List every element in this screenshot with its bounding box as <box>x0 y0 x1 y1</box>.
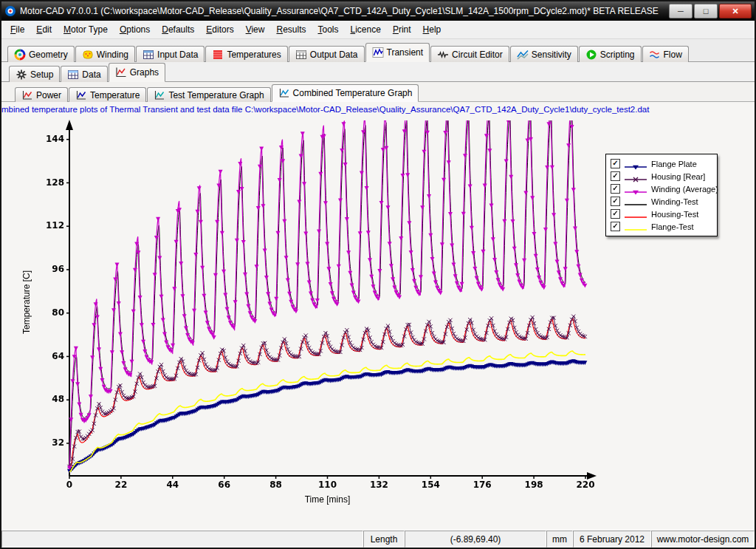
legend-label-flange-test: Flange-Test <box>651 222 693 231</box>
circuit-editor-icon <box>437 49 449 61</box>
menu-view[interactable]: View <box>240 22 271 37</box>
legend-checkbox-housing-rear[interactable]: ✓ <box>611 171 620 181</box>
status-cell-units: mm <box>546 531 573 548</box>
legend-sample-flange-test <box>624 223 647 231</box>
power-graph-icon <box>21 89 33 101</box>
tab-temperatures-label: Temperatures <box>227 50 281 60</box>
tab-transient[interactable]: Transient <box>365 43 430 62</box>
menu-file[interactable]: File <box>4 22 30 37</box>
subtab-setup[interactable]: Setup <box>9 66 60 82</box>
tab-geometry-label: Geometry <box>29 50 68 60</box>
menu-options[interactable]: Options <box>114 22 156 37</box>
tab-sensitivity[interactable]: Sensitivity <box>510 46 578 62</box>
menu-motor-type[interactable]: Motor Type <box>58 22 114 37</box>
tab-flow[interactable]: Flow <box>642 46 689 62</box>
minimize-button[interactable]: ─ <box>669 4 693 18</box>
legend-label-housing-rear: Housing [Rear] <box>651 172 705 181</box>
tab-geometry[interactable]: Geometry <box>7 46 75 62</box>
menu-results[interactable]: Results <box>270 22 312 37</box>
chart-header-text: mbined temperature plots of Thermal Tran… <box>1 105 649 114</box>
legend-sample-housing-test <box>624 211 647 218</box>
menu-edit[interactable]: Edit <box>30 22 58 37</box>
close-button[interactable]: ✕ <box>719 4 752 18</box>
graphtab-temperature[interactable]: Temperature <box>69 87 146 102</box>
menu-defaults[interactable]: Defaults <box>156 22 200 37</box>
graph-tab-bar: PowerTemperatureTest Temperature GraphCo… <box>1 82 755 102</box>
combined-temperature-graph-icon <box>278 87 290 99</box>
graphtab-power-label: Power <box>36 90 61 100</box>
legend-item-flange-plate: ✓Flange Plate <box>606 157 717 170</box>
legend-checkbox-flange-plate[interactable]: ✓ <box>611 159 620 168</box>
flow-icon <box>649 49 661 61</box>
chart-page: mbined temperature plots of Thermal Tran… <box>1 102 755 530</box>
tab-flow-label: Flow <box>664 50 682 60</box>
legend-item-flange-test: ✓Flange-Test <box>606 220 717 233</box>
tab-circuit-editor[interactable]: Circuit Editor <box>430 46 509 62</box>
temperature-graph-icon <box>75 89 87 101</box>
graphtab-combined-temperature-graph[interactable]: Combined Temperature Graph <box>272 84 419 102</box>
tab-scripting[interactable]: Scripting <box>579 46 642 62</box>
status-cell-empty <box>1 531 363 548</box>
subtab-graphs[interactable]: Graphs <box>109 63 165 82</box>
legend-item-winding-test: ✓Winding-Test <box>606 195 717 208</box>
legend-sample-winding-test <box>624 198 647 205</box>
status-cell-website: www.motor-design.com <box>651 531 755 548</box>
maximize-button[interactable]: □ <box>694 4 718 18</box>
tab-circuit-editor-label: Circuit Editor <box>452 50 503 60</box>
legend-item-housing-test: ✓Housing-Test <box>606 208 717 220</box>
legend-sample-winding-average <box>624 185 647 193</box>
temperatures-icon <box>212 49 224 61</box>
legend-checkbox-flange-test[interactable]: ✓ <box>611 222 620 231</box>
winding-icon <box>82 49 94 61</box>
sensitivity-icon <box>517 49 529 61</box>
tab-temperatures[interactable]: Temperatures <box>205 46 287 62</box>
title-bar: Motor-CAD v7.0.0.1 (C:\workspace\Motor-C… <box>1 1 755 21</box>
legend-checkbox-winding-test[interactable]: ✓ <box>611 197 620 206</box>
tab-input-data[interactable]: Input Data <box>136 46 205 62</box>
menu-licence[interactable]: Licence <box>345 22 387 37</box>
status-cell-date: 6 February 2012 <box>573 531 651 548</box>
graphtab-combined-temperature-graph-label: Combined Temperature Graph <box>293 88 413 98</box>
tab-input-data-label: Input Data <box>157 50 198 60</box>
tab-output-data[interactable]: Output Data <box>289 46 365 62</box>
app-icon <box>4 5 16 17</box>
motor-cad-window: Motor-CAD v7.0.0.1 (C:\workspace\Motor-C… <box>0 0 756 549</box>
legend-sample-housing-rear <box>624 173 647 180</box>
legend-item-winding-average: ✓Winding (Average) <box>606 183 717 195</box>
transient-icon <box>372 47 384 58</box>
tab-sensitivity-label: Sensitivity <box>532 50 571 60</box>
tab-winding-label: Winding <box>97 50 128 60</box>
menu-tools[interactable]: Tools <box>312 22 344 37</box>
legend-label-flange-plate: Flange Plate <box>651 160 697 168</box>
graphs-chart-icon <box>115 67 127 78</box>
subtab-data-label: Data <box>82 69 100 80</box>
input-data-icon <box>142 49 154 61</box>
status-cell-length-label: Length <box>363 531 405 548</box>
subtab-graphs-label: Graphs <box>130 67 159 78</box>
legend-label-winding-average: Winding (Average) <box>651 185 718 194</box>
menu-editors[interactable]: Editors <box>200 22 239 37</box>
legend-item-housing-rear: ✓Housing [Rear] <box>606 170 717 183</box>
tab-winding[interactable]: Winding <box>75 46 135 62</box>
graphtab-test-temperature-graph-label: Test Temperature Graph <box>168 90 264 100</box>
graphtab-test-temperature-graph[interactable]: Test Temperature Graph <box>147 87 270 102</box>
tab-output-data-label: Output Data <box>310 50 358 60</box>
tab-transient-label: Transient <box>387 47 424 58</box>
menu-bar: FileEditMotor TypeOptionsDefaultsEditors… <box>1 21 755 39</box>
legend-label-housing-test: Housing-Test <box>651 210 698 219</box>
main-tab-bar: GeometryWindingInput DataTemperaturesOut… <box>1 39 755 62</box>
subtab-data[interactable]: Data <box>61 66 107 82</box>
chart-legend: ✓Flange Plate✓Housing [Rear]✓Winding (Av… <box>605 154 718 236</box>
window-title: Motor-CAD v7.0.0.1 (C:\workspace\Motor-C… <box>20 6 664 16</box>
legend-checkbox-housing-test[interactable]: ✓ <box>611 209 620 219</box>
output-data-icon <box>295 49 307 61</box>
test-temperature-graph-icon <box>154 89 165 101</box>
menu-help[interactable]: Help <box>417 22 447 37</box>
legend-checkbox-winding-average[interactable]: ✓ <box>611 184 620 194</box>
status-bar: Length(-6.89,69.40)mm6 February 2012www.… <box>1 530 755 548</box>
legend-label-winding-test: Winding-Test <box>651 197 698 206</box>
legend-sample-flange-plate <box>624 160 647 168</box>
graphtab-power[interactable]: Power <box>15 87 68 102</box>
setup-gear-icon <box>16 69 27 81</box>
menu-print[interactable]: Print <box>387 22 417 37</box>
